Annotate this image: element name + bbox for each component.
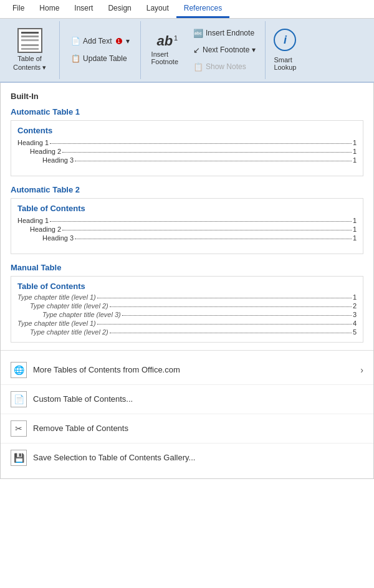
menu-design[interactable]: Design xyxy=(100,0,138,18)
text-update-group: 📄 Add Text 1 ▾ 📋 Update Table xyxy=(60,21,140,79)
add-text-icon: 📄 xyxy=(70,36,80,46)
next-footnote-button[interactable]: ↙ Next Footnote ▾ xyxy=(189,43,260,57)
toc-entry: Heading 2 1 xyxy=(17,148,357,155)
show-notes-icon: 📋 xyxy=(193,62,203,72)
table-of-contents-button[interactable]: Table of Contents ▾ xyxy=(5,24,54,77)
show-notes-button[interactable]: 📋 Show Notes xyxy=(189,60,260,74)
builtin-section-label: Built-In xyxy=(1,89,373,106)
toc-entry: Heading 2 1 xyxy=(17,225,357,233)
save-selection-button[interactable]: 💾 Save Selection to Table of Contents Ga… xyxy=(1,443,373,472)
menu-file[interactable]: File xyxy=(5,0,32,18)
toc-entry: Heading 1 1 xyxy=(17,217,357,224)
toc-entry: Type chapter title (level 2) 2 xyxy=(17,302,357,310)
manual-table-preview-title: Table of Contents xyxy=(17,282,357,291)
smart-lookup-button[interactable]: i SmartLookup xyxy=(266,21,304,79)
insert-footnote-button[interactable]: ab 1 InsertFootnote xyxy=(146,31,184,69)
divider xyxy=(1,350,373,351)
custom-toc-button[interactable]: 📄 Custom Table of Contents... xyxy=(1,385,373,414)
automatic-table1-preview[interactable]: Contents Heading 1 1 Heading 2 1 Heading… xyxy=(11,120,363,176)
insert-endnote-icon: 🔤 xyxy=(193,29,203,38)
custom-toc-icon: 📄 xyxy=(11,391,27,407)
insert-endnote-button[interactable]: 🔤 Insert Endnote xyxy=(189,26,260,40)
menu-insert[interactable]: Insert xyxy=(67,0,100,18)
toc-entry: Heading 3 1 xyxy=(17,156,357,164)
ribbon: Table of Contents ▾ 📄 Add Text 1 ▾ 📋 Upd… xyxy=(0,19,374,83)
badge: 1 xyxy=(116,38,122,44)
remove-toc-icon: ✂ xyxy=(11,420,27,437)
automatic-table2-preview[interactable]: Table of Contents Heading 1 1 Heading 2 … xyxy=(11,198,363,254)
info-icon: i xyxy=(274,29,296,51)
smart-lookup-label: SmartLookup xyxy=(274,56,296,71)
update-table-button[interactable]: 📋 Update Table xyxy=(65,51,135,66)
manual-table-preview[interactable]: Table of Contents Type chapter title (le… xyxy=(11,276,363,343)
toc-entry: Type chapter title (level 3) 3 xyxy=(17,311,357,318)
more-toc-button[interactable]: 🌐 More Tables of Contents from Office.co… xyxy=(1,356,373,385)
automatic-table2-preview-title: Table of Contents xyxy=(17,204,357,213)
toc-entry: Heading 1 1 xyxy=(17,139,357,146)
add-text-button[interactable]: 📄 Add Text 1 ▾ xyxy=(65,34,135,49)
toc-dropdown-panel: Built-In Automatic Table 1 Contents Head… xyxy=(0,83,374,479)
more-toc-icon: 🌐 xyxy=(11,362,27,378)
toc-entry: Heading 3 1 xyxy=(17,234,357,242)
footnote-ab-icon: ab xyxy=(156,33,173,49)
menu-bar: File Home Insert Design Layout Reference… xyxy=(0,0,374,19)
automatic-table2-title: Automatic Table 2 xyxy=(1,184,373,198)
footnote-group: ab 1 InsertFootnote 🔤 Insert Endnote ↙ N… xyxy=(141,21,266,79)
next-footnote-icon: ↙ xyxy=(193,45,200,55)
toc-icon xyxy=(17,28,42,53)
chevron-right-icon: › xyxy=(360,365,363,375)
automatic-table1-title: Automatic Table 1 xyxy=(1,106,373,120)
menu-references[interactable]: References xyxy=(176,0,229,18)
automatic-table1-preview-title: Contents xyxy=(17,126,357,135)
toc-entry: Type chapter title (level 2) 5 xyxy=(17,328,357,336)
toc-entry: Type chapter title (level 1) 4 xyxy=(17,320,357,327)
footnote-small-buttons: 🔤 Insert Endnote ↙ Next Footnote ▾ 📋 Sho… xyxy=(189,26,260,74)
menu-layout[interactable]: Layout xyxy=(139,0,176,18)
menu-home[interactable]: Home xyxy=(32,0,67,18)
toc-ribbon-group: Table of Contents ▾ xyxy=(0,21,60,79)
update-table-icon: 📋 xyxy=(70,54,80,64)
toc-entry: Type chapter title (level 1) 1 xyxy=(17,293,357,301)
remove-toc-button[interactable]: ✂ Remove Table of Contents xyxy=(1,414,373,443)
footnote-label: InsertFootnote xyxy=(151,50,178,65)
save-selection-icon: 💾 xyxy=(11,450,27,466)
toc-button-label: Table of Contents ▾ xyxy=(13,54,46,72)
manual-table-title: Manual Table xyxy=(1,262,373,276)
